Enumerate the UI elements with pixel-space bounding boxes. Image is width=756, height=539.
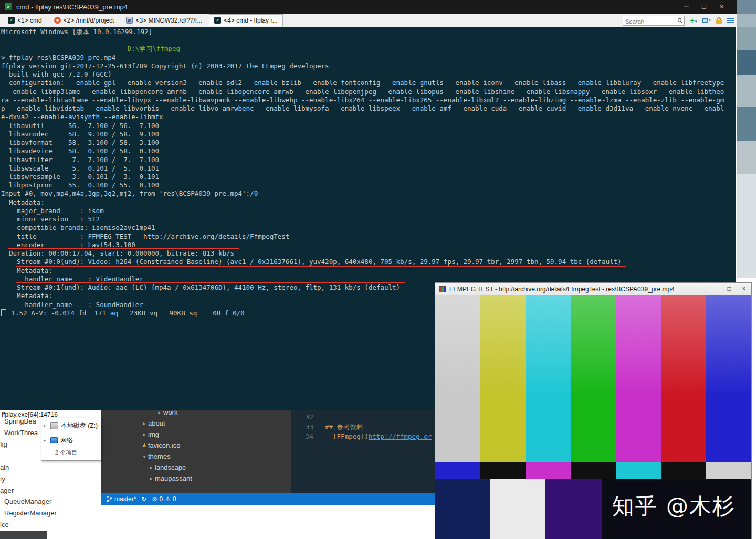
problems-indicator[interactable]: ⊗ 0 ⚠ 0 bbox=[152, 495, 176, 503]
color-bar bbox=[526, 462, 571, 479]
terminal-line: --enable-libmp3lame --enable-libopencore… bbox=[1, 88, 736, 96]
terminal-line: Stream #0:0(und): Video: h264 (Constrain… bbox=[1, 258, 736, 266]
color-bar bbox=[480, 462, 526, 479]
terminal-line: title : FFMPEG TEST - http://archive.org… bbox=[1, 232, 736, 241]
tree-item-landscape[interactable]: ▸landscape bbox=[101, 462, 291, 473]
terminal-line: ffplay version git-2017-12-25-613f789 Co… bbox=[1, 62, 736, 70]
disk-icon bbox=[50, 422, 58, 429]
terminal-cursor bbox=[1, 309, 6, 316]
terminal-line: libavfilter 7. 7.100 / 7. 7.100 bbox=[1, 156, 736, 164]
video-canvas: 知乎 @木杉 bbox=[435, 295, 751, 539]
drive-item-z[interactable]: ▸ 本地磁盘 (Z:) bbox=[41, 418, 101, 433]
maximize-button[interactable]: □ bbox=[695, 0, 713, 14]
ubuntu-icon bbox=[54, 17, 61, 24]
menu-button[interactable] bbox=[727, 18, 734, 23]
ffplay-app-icon bbox=[439, 286, 446, 292]
color-bar bbox=[435, 295, 480, 462]
tree-item-label: about bbox=[148, 419, 165, 427]
terminal-line: libswresample 3. 0.101 / 3. 0.101 bbox=[1, 173, 736, 181]
ide-tree-fragment: ager bbox=[0, 487, 14, 494]
terminal-line: built with gcc 7.2.0 (GCC) bbox=[1, 70, 736, 79]
color-bar bbox=[616, 295, 661, 462]
editor-line: 34 - [FFmpeg](http://ffmpeg.or bbox=[291, 432, 435, 442]
code-editor[interactable]: 32 33 ## 参考资料 34 - [FFmpeg](http://ffmpe… bbox=[291, 404, 435, 493]
tab-strip: ><1> cmd<2> /mnt/d/projectM<3> MINGW32:/… bbox=[0, 14, 283, 26]
annotation-red-box: Stream #0:1(und): Audio: aac (LC) (mp4a … bbox=[17, 283, 404, 291]
close-button[interactable]: × bbox=[737, 283, 751, 295]
lock-button[interactable] bbox=[716, 17, 722, 24]
tree-item-label: maupassant bbox=[155, 474, 192, 482]
color-block bbox=[490, 479, 545, 539]
tab-2-wsl[interactable]: <2> /mnt/d/project bbox=[49, 14, 120, 26]
window-view-icon bbox=[702, 18, 708, 23]
tree-item-themes[interactable]: ▾themes bbox=[101, 451, 291, 462]
color-bar bbox=[661, 295, 706, 462]
network-item[interactable]: ▸ 网络 bbox=[41, 433, 101, 448]
chevron-down-icon: ▾ bbox=[709, 18, 711, 23]
color-bar bbox=[616, 462, 661, 479]
editor-line: 33 ## 参考资料 bbox=[291, 422, 435, 432]
vscode-status-bar: master* ↻ ⊗ 0 ⚠ 0 bbox=[101, 493, 435, 505]
tree-item-about[interactable]: ▸about bbox=[101, 418, 291, 429]
terminal-line bbox=[1, 36, 736, 45]
tab-label: <1> cmd bbox=[17, 17, 42, 24]
color-bar bbox=[706, 462, 751, 479]
markdown-link-url[interactable]: http://ffmpeg.or bbox=[369, 432, 432, 442]
terminal-line: p --enable-libvidstab --enable-libvorbis… bbox=[1, 104, 736, 113]
maximize-button[interactable]: □ bbox=[722, 283, 737, 295]
tree-item-maupassant[interactable]: ▸maupassant bbox=[101, 473, 291, 484]
console-icon: > bbox=[8, 17, 15, 24]
network-icon bbox=[50, 437, 58, 443]
minimize-button[interactable]: ─ bbox=[677, 0, 695, 14]
ffplay-title-bar[interactable]: FFMPEG TEST - http://archive.org/details… bbox=[435, 283, 751, 295]
terminal-line: D:\学习\ffmpeg bbox=[1, 45, 736, 53]
chevron-right-icon: ▸ bbox=[148, 475, 155, 481]
window-title: cmd - ffplay res\BCSPA039_pre.mp4 bbox=[16, 3, 128, 11]
terminal-line: libavutil 56. 7.100 / 56. 7.100 bbox=[1, 122, 736, 130]
plus-icon: + bbox=[690, 17, 695, 24]
markdown-heading: ## 参考资料 bbox=[325, 422, 363, 432]
tab-label: <3> MINGW32:/d/??/f... bbox=[135, 17, 202, 24]
chevron-down-icon: ▾ bbox=[695, 19, 697, 24]
terminal-line: libavdevice 58. 0.100 / 58. 0.100 bbox=[1, 147, 736, 155]
annotation-red-box: Duration: 00:00:17.04, start: 0.000000, … bbox=[9, 249, 238, 257]
terminal-line: major_brand : isom bbox=[1, 207, 736, 215]
tab-label: <4> cmd - ffplay r... bbox=[224, 17, 278, 24]
view-mode-button[interactable]: ▾ bbox=[702, 18, 711, 23]
chevron-right-icon: ▸ bbox=[148, 464, 155, 470]
new-console-button[interactable]: + ▾ bbox=[690, 17, 697, 24]
smpte-top-bars bbox=[435, 295, 751, 462]
tab-1-cmd[interactable]: ><1> cmd bbox=[3, 14, 47, 26]
watermark: 知乎 @木杉 bbox=[612, 492, 736, 521]
terminal-line: Metadata: bbox=[1, 198, 736, 207]
lock-icon bbox=[716, 17, 722, 24]
tree-item-favicon-ico[interactable]: ★favicon.ico bbox=[101, 440, 291, 451]
line-number: 32 bbox=[291, 413, 325, 422]
color-bar bbox=[480, 295, 526, 462]
tree-item-img[interactable]: ▸img bbox=[101, 429, 291, 440]
close-button[interactable]: × bbox=[713, 0, 731, 14]
ide-tree-fragment: ain bbox=[0, 463, 9, 471]
tree-item-label: img bbox=[148, 430, 159, 438]
tree-item-label: themes bbox=[148, 452, 171, 460]
line-number: 33 bbox=[291, 422, 325, 432]
sync-button[interactable]: ↻ bbox=[141, 495, 146, 503]
minimize-button[interactable]: ─ bbox=[707, 283, 722, 295]
terminal-line: libavformat 58. 3.100 / 58. 3.100 bbox=[1, 139, 736, 147]
ide-tree-fragment: fig bbox=[0, 440, 7, 448]
file-tree: ▸work▸about▸img★favicon.ico▾themes▸lands… bbox=[101, 404, 291, 493]
color-block bbox=[545, 479, 601, 539]
conemu-app-icon: > bbox=[5, 3, 12, 10]
ide-tree-fragment: RegisterManager bbox=[4, 509, 57, 517]
color-bar bbox=[571, 295, 616, 462]
background-ide-footer bbox=[0, 531, 47, 539]
search-box bbox=[623, 16, 685, 26]
tab-3-mingw[interactable]: M<3> MINGW32:/d/??/f... bbox=[121, 14, 207, 26]
branch-name: master* bbox=[114, 495, 136, 503]
git-branch-indicator[interactable]: master* bbox=[107, 495, 136, 503]
terminal-line: libavcodec 58. 9.100 / 58. 9.100 bbox=[1, 130, 736, 139]
search-input[interactable] bbox=[623, 17, 684, 26]
tab-4-ffplay[interactable]: ><4> cmd - ffplay r... bbox=[209, 14, 283, 26]
ffplay-window-title: FFMPEG TEST - http://archive.org/details… bbox=[449, 286, 707, 293]
conemu-title-bar[interactable]: > cmd - ffplay res\BCSPA039_pre.mp4 ─ □ … bbox=[0, 0, 756, 14]
